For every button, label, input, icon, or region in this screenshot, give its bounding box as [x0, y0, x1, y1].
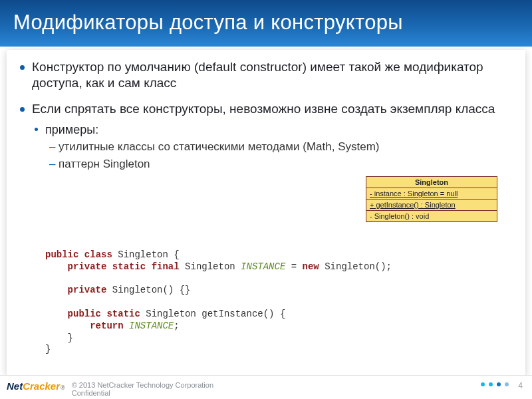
dot-icon — [489, 382, 493, 386]
slide-header: Модификаторы доступа и конструкторы — [0, 0, 532, 47]
page-number: 4 — [518, 381, 523, 390]
uml-method-getinstance: + getInstance() : Singleton — [366, 200, 497, 211]
copyright-line2: Confidential — [72, 389, 213, 397]
copyright-line1: © 2013 NetCracker Technology Corporation — [72, 381, 213, 389]
logo-registered: ® — [61, 384, 65, 391]
dot-icon — [481, 382, 485, 386]
uml-class-name: Singleton — [366, 177, 497, 188]
bullet-2-1-sublist: утилитные классы со статическими методам… — [49, 140, 512, 171]
dot-icon — [497, 382, 501, 386]
slide-body: Конструктор по умолчанию (default constr… — [7, 50, 525, 375]
bullet-2-1-1: утилитные классы со статическими методам… — [49, 140, 512, 154]
bullet-2-1: примеры: утилитные классы со статическим… — [35, 122, 512, 171]
uml-constructor: - Singleton() : void — [366, 211, 497, 221]
bullet-1: Конструктор по умолчанию (default constr… — [20, 59, 512, 92]
netcracker-logo: NetCracker® — [7, 380, 65, 392]
decorative-dots — [481, 382, 509, 386]
slide: Модификаторы доступа и конструкторы Конс… — [0, 0, 532, 399]
code-block: public class Singleton { private static … — [45, 249, 392, 356]
slide-footer: NetCracker® © 2013 NetCracker Technology… — [0, 375, 532, 399]
bullet-2-sublist: примеры: утилитные классы со статическим… — [35, 122, 512, 171]
uml-field-instance: - instance : Singleton = null — [366, 188, 497, 200]
bullet-2-text: Если спрятать все конструкторы, невозмож… — [32, 102, 495, 116]
bullet-2-1-text: примеры: — [45, 123, 98, 136]
bullet-2: Если спрятать все конструкторы, невозмож… — [20, 101, 512, 171]
logo-net: Net — [7, 380, 23, 392]
bullet-2-1-2: паттерн Singleton — [49, 157, 512, 171]
logo-cracker: Cracker — [23, 380, 60, 392]
copyright-text: © 2013 NetCracker Technology Corporation… — [72, 381, 213, 397]
slide-title: Модификаторы доступа и конструкторы — [13, 11, 519, 35]
uml-diagram-singleton: Singleton - instance : Singleton = null … — [366, 176, 497, 222]
dot-icon — [505, 382, 509, 386]
bullet-list: Конструктор по умолчанию (default constr… — [20, 59, 512, 171]
